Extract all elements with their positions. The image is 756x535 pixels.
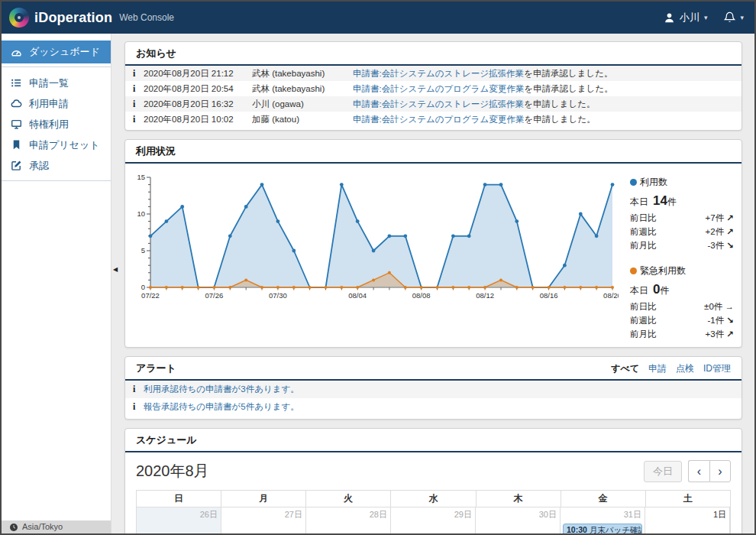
svg-text:08/04: 08/04 [348, 291, 367, 300]
usage-body: 05101507/2207/2607/3008/0408/0808/1208/1… [125, 164, 741, 347]
approve-icon [11, 160, 22, 171]
trend-down-icon: ↘ [726, 316, 734, 325]
notice-row: i2020年08月20日 16:32小川 (ogawa)申請書:会計システムのス… [125, 96, 741, 112]
normal-stat-row: 前日比+7件 ↗ [630, 212, 734, 224]
day-number: 29日 [391, 507, 475, 520]
day-number: 30日 [476, 507, 560, 520]
notices-list: i2020年08月20日 21:12武林 (takebayashi)申請書:会計… [125, 66, 741, 127]
timezone-label: Asia/Tokyo [22, 522, 63, 531]
alerts-panel-header: アラート すべて申請点検ID管理 [125, 357, 741, 381]
sidebar: ダッシュボード申請一覧利用申請特権利用申請プリセット承認 Asia/Tokyo [2, 34, 111, 533]
info-icon: i [133, 68, 144, 79]
info-icon: i [133, 83, 144, 95]
notice-user: 武林 (takebayashi) [252, 83, 353, 95]
notice-link[interactable]: 申請書:会計システムのストレージ拡張作業 [353, 99, 524, 109]
svg-text:08/20: 08/20 [603, 291, 619, 300]
legend-series-emergency: 緊急利用数 [630, 264, 734, 277]
sidebar-item-3[interactable]: 利用申請 [2, 93, 111, 114]
notice-datetime: 2020年08月20日 10:02 [144, 114, 252, 125]
sidebar-footer: Asia/Tokyo [2, 520, 111, 533]
user-icon [664, 12, 675, 24]
calendar-day-cell[interactable]: 26日 [137, 507, 221, 533]
calendar-event[interactable]: 10:30月末バッチ確認作業 [563, 524, 642, 533]
sidebar-item-1[interactable]: ダッシュボード [2, 41, 111, 63]
prev-month-button[interactable]: ‹ [688, 460, 709, 482]
trend-down-icon: ↘ [726, 241, 734, 250]
trend-flat-icon: → [725, 302, 735, 311]
notice-link[interactable]: 申請書:会計システムのストレージ拡張作業 [353, 69, 524, 78]
notices-title: お知らせ [136, 47, 176, 60]
alert-filter-点検[interactable]: 点検 [676, 362, 694, 375]
alert-filter-すべて[interactable]: すべて [611, 362, 639, 375]
calendar-week-row: 26日27日28日29日30日31日1日10:30月末バッチ確認作業 [137, 507, 730, 533]
notice-datetime: 2020年08月20日 16:32 [144, 99, 252, 110]
calendar-day-cell[interactable]: 27日 [221, 507, 306, 533]
info-icon: i [133, 99, 144, 110]
svg-text:08/08: 08/08 [412, 291, 431, 300]
day-number: 26日 [137, 507, 221, 520]
usage-panel-header: 利用状況 [125, 140, 741, 164]
info-icon: i [133, 114, 144, 125]
info-icon: i [133, 384, 144, 395]
alert-link[interactable]: 利用承認待ちの申請書が3件あります。 [144, 384, 299, 395]
emergency-today: 本日0件 [630, 282, 734, 297]
svg-text:07/30: 07/30 [269, 291, 287, 300]
cloud-icon [11, 98, 22, 109]
alert-filter-ID管理[interactable]: ID管理 [703, 362, 731, 375]
header-right: 小川 ▾ ▾ [664, 11, 744, 24]
app-logo-icon [9, 8, 29, 28]
event-title: 月末バッチ確認作業 [590, 525, 642, 533]
weekday-label: 月 [221, 491, 306, 507]
svg-text:08/16: 08/16 [540, 291, 558, 300]
sidebar-item-label: 特権利用 [29, 118, 69, 131]
calendar-day-cell[interactable]: 30日 [476, 507, 561, 533]
sidebar-item-4[interactable]: 特権利用 [2, 114, 111, 135]
orange-dot-icon [630, 268, 637, 274]
alert-link[interactable]: 報告承認待ちの申請書が5件あります。 [144, 401, 299, 413]
user-menu[interactable]: 小川 ▾ [664, 11, 708, 24]
calendar-day-cell[interactable]: 1日 [645, 507, 730, 533]
svg-text:5: 5 [141, 246, 145, 255]
emergency-stat-row: 前週比-1件 ↘ [630, 315, 734, 326]
trend-up-icon: ↗ [726, 227, 734, 236]
notice-link[interactable]: 申請書:会計システムのプログラム変更作業 [353, 84, 524, 93]
calendar-day-cell[interactable]: 28日 [306, 507, 391, 533]
sidebar-item-2[interactable]: 申請一覧 [2, 73, 111, 93]
alert-filters: すべて申請点検ID管理 [611, 362, 731, 375]
notice-message: 申請書:会計システムのプログラム変更作業を申請承認しました。 [353, 83, 613, 95]
schedule-panel: スケジュール 2020年8月 今日 ‹ › 日 [124, 428, 742, 533]
brand-name: iDoperation [34, 10, 112, 26]
day-number: 28日 [306, 507, 390, 520]
sidebar-divider [2, 180, 111, 181]
chevron-down-icon: ▾ [704, 14, 708, 21]
today-button[interactable]: 今日 [644, 461, 682, 482]
weekday-label: 土 [646, 491, 730, 507]
alert-row: i報告承認待ちの申請書が5件あります。 [125, 398, 741, 416]
sidebar-item-6[interactable]: 承認 [2, 155, 111, 176]
normal-today: 本日14件 [630, 193, 734, 209]
notice-user: 小川 (ogawa) [252, 99, 353, 110]
notice-row: i2020年08月20日 20:54武林 (takebayashi)申請書:会計… [125, 81, 741, 96]
alert-filter-申請[interactable]: 申請 [648, 362, 667, 375]
next-month-button[interactable]: › [709, 460, 731, 482]
day-number: 31日 [561, 507, 645, 520]
bookmark-icon [11, 139, 22, 151]
notice-datetime: 2020年08月20日 21:12 [144, 68, 252, 79]
notification-menu[interactable]: ▾ [724, 11, 744, 24]
main-content: お知らせ i2020年08月20日 21:12武林 (takebayashi)申… [112, 34, 754, 533]
notice-datetime: 2020年08月20日 20:54 [144, 83, 252, 95]
calendar-day-cell[interactable]: 29日 [391, 507, 476, 533]
sidebar-item-5[interactable]: 申請プリセット [2, 135, 111, 155]
info-icon: i [133, 401, 144, 413]
alerts-list: i利用承認待ちの申請書が3件あります。i報告承認待ちの申請書が5件あります。 [125, 381, 741, 416]
blue-dot-icon [630, 179, 637, 186]
notice-link[interactable]: 申請書:会計システムのプログラム変更作業 [353, 115, 524, 124]
schedule-title: スケジュール [136, 433, 197, 447]
chevron-down-icon: ▾ [740, 14, 744, 21]
usage-chart-svg: 05101507/2207/2607/3008/0408/0808/1208/1… [130, 170, 619, 304]
notice-message: 申請書:会計システムのストレージ拡張作業を申請しました。 [353, 99, 595, 110]
monitor-icon [11, 118, 22, 130]
emergency-stat-row: 前日比±0件 → [630, 301, 734, 313]
usage-legend: 利用数 本日14件 前日比+7件 ↗ 前週比+2件 ↗ 前月比-3件 ↘ 緊急利… [630, 170, 734, 342]
schedule-body: 2020年8月 今日 ‹ › 日月火水木金土 26日27日28日29日30日31… [125, 452, 741, 533]
